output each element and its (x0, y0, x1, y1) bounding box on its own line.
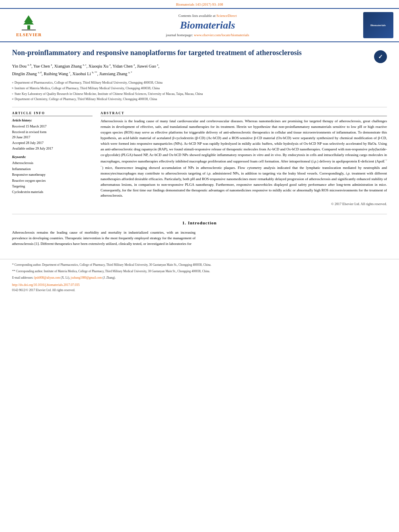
abstract-header: Abstract (101, 111, 387, 116)
article-info-header: Article Info (12, 111, 93, 116)
article-history-label: Article history: (12, 119, 93, 122)
journal-title: Biomaterials (57, 19, 358, 31)
email-link-2[interactable]: jxzhang1980@gmail.com (71, 276, 102, 279)
available-date: Available online 29 July 2017 (12, 146, 93, 152)
homepage-line: journal homepage: www.elsevier.com/locat… (57, 33, 358, 37)
elsevier-tree-icon (18, 13, 40, 31)
biomaterials-logo-text: Biomaterials (370, 24, 386, 27)
affiliations: aDepartment of Pharmaceutics, College of… (12, 80, 387, 102)
corresponding-author-2: ** Corresponding author. Institute of Ma… (12, 269, 387, 274)
accepted-date: Accepted 28 July 2017 (12, 140, 93, 146)
journal-title-area: Contents lists available at ScienceDirec… (57, 14, 358, 37)
doi-link[interactable]: http://dx.doi.org/10.1016/j.biomaterials… (12, 283, 387, 287)
received-date: Received 15 March 2017 (12, 124, 93, 129)
biomaterials-logo-box: Biomaterials (363, 12, 393, 38)
received-revised-date: Received in revised form 29 June 2017 (12, 129, 93, 140)
keyword-cyclodextrin: Cyclodextrin materials (12, 189, 93, 195)
crossmark-icon: ✓ (374, 50, 387, 63)
journal-header: ELSEVIER Contents lists available at Sci… (0, 8, 399, 42)
contents-available-text: Contents lists available at ScienceDirec… (57, 14, 358, 18)
keyword-atherosclerosis: Atherosclerosis (12, 160, 93, 166)
elsevier-logo-area: ELSEVIER (5, 13, 53, 37)
keyword-inflammation: Inflammation (12, 166, 93, 172)
journal-logo-right: Biomaterials (362, 12, 394, 38)
article-info-abstract-section: Article Info Article history: Received 1… (12, 111, 387, 206)
introduction-section: 1. Introduction Atherosclerosis remains … (12, 214, 387, 247)
intro-title: 1. Introduction (12, 220, 387, 225)
abstract-column: Abstract Atherosclerosis is the leading … (101, 111, 387, 206)
intro-text-right (204, 230, 387, 236)
elsevier-wordmark: ELSEVIER (16, 32, 42, 37)
keyword-ros: Reactive oxygen species (12, 178, 93, 183)
copyright-line: © 2017 Elsevier Ltd. All rights reserved… (101, 202, 387, 206)
corresponding-author-1: * Corresponding author. Department of Ph… (12, 263, 387, 267)
authors-line: Yin Dou a, b, Yue Chen a, Xiangjun Zhang… (12, 62, 387, 77)
keyword-targeting: Targeting (12, 183, 93, 189)
elsevier-logo: ELSEVIER (16, 13, 42, 37)
keywords-label: Keywords: (12, 155, 93, 159)
journal-citation: Biomaterials 143 (2017) 93–108 (0, 0, 399, 8)
keyword-nanotherapy: Responsive nanotherapy (12, 172, 93, 177)
keywords-section: Keywords: Atherosclerosis Inflammation R… (12, 155, 93, 195)
intro-col-right (204, 230, 387, 247)
article-title: Non-proinflammatory and responsive nanop… (12, 48, 387, 58)
intro-text-left: Atherosclerosis remains the leading caus… (12, 230, 195, 247)
email-addresses: E-mail addresses: lpsh008@aliyun.com (X.… (12, 275, 387, 280)
intro-columns: Atherosclerosis remains the leading caus… (12, 230, 387, 247)
abstract-text: Atherosclerosis is the leading cause of … (101, 119, 387, 199)
main-content: ✓ Non-proinflammatory and responsive nan… (0, 42, 399, 251)
page-footer: * Corresponding author. Department of Ph… (0, 259, 399, 295)
header-divider (12, 107, 387, 107)
crossmark-badge: ✓ (374, 50, 387, 63)
email-link-1[interactable]: lpsh008@aliyun.com (34, 276, 60, 279)
issn-line: 0142-9612/© 2017 Elsevier Ltd. All right… (12, 288, 387, 292)
svg-rect-3 (22, 29, 36, 31)
intro-col-left: Atherosclerosis remains the leading caus… (12, 230, 195, 247)
article-info-column: Article Info Article history: Received 1… (12, 111, 93, 206)
